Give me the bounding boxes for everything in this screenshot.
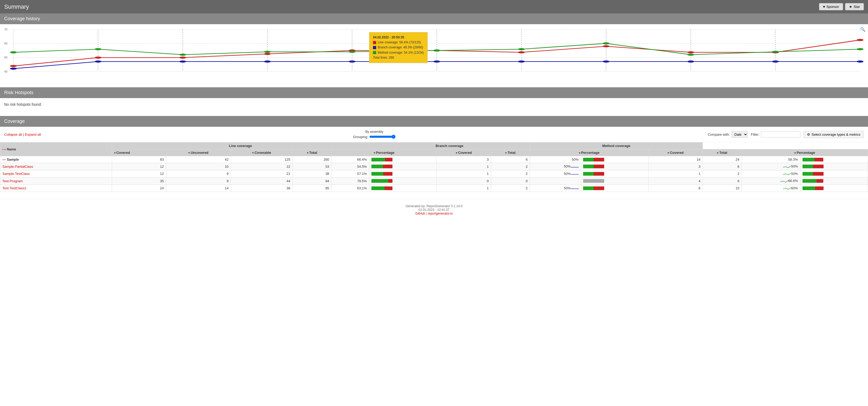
- line-covered: 12: [112, 163, 166, 170]
- col-method-percentage[interactable]: ▾ Percentage: [742, 149, 868, 156]
- risk-hotspots-content: No risk hotspots found.: [0, 98, 868, 111]
- branch-pct: [530, 178, 581, 185]
- row-name[interactable]: Test.TestClass2: [0, 185, 112, 192]
- method-coverage-color: [373, 51, 376, 54]
- svg-point-34: [264, 51, 271, 53]
- svg-point-32: [95, 48, 101, 50]
- col-method-covered[interactable]: ▾ Covered: [649, 149, 703, 156]
- expand-all-link[interactable]: Expand all: [25, 132, 41, 136]
- col-line-covered[interactable]: ▾ Covered: [112, 149, 166, 156]
- branch-pct: 50%: [530, 163, 581, 170]
- line-uncovered: 9: [166, 170, 231, 178]
- line-uncovered: 9: [166, 178, 231, 185]
- branch-pct: 50%: [530, 156, 581, 163]
- y-label-40: 40: [4, 70, 7, 73]
- branch-pct: 50%: [530, 170, 581, 178]
- line-coverage-color: [373, 41, 376, 44]
- method-bar: [800, 163, 868, 170]
- grouping-slider[interactable]: [369, 135, 396, 139]
- grid-line-40: [13, 71, 860, 72]
- main-header: Summary ♥ Sponsor ★ Star: [0, 0, 868, 13]
- sparkline-icon: [783, 172, 791, 176]
- line-bar: [369, 178, 437, 185]
- col-line-percentage[interactable]: ▾ Percentage: [332, 149, 437, 156]
- method-bar: [800, 156, 868, 163]
- line-bar: [369, 156, 437, 163]
- col-branch-percentage[interactable]: ▾ Percentage: [530, 149, 648, 156]
- col-name[interactable]: — Name: [0, 143, 112, 156]
- website-link[interactable]: reportgenerator.io: [428, 212, 453, 215]
- method-total: 6: [703, 178, 742, 185]
- svg-point-16: [602, 45, 610, 47]
- method-covered: 14: [649, 156, 703, 163]
- svg-point-12: [264, 53, 271, 55]
- branch-covered: 0: [437, 178, 491, 185]
- select-coverage-types-button[interactable]: ⚙ Select coverage types & metrics: [804, 131, 864, 138]
- coverage-section-header: Coverage: [0, 116, 868, 127]
- compare-with-select[interactable]: Date: [732, 131, 748, 138]
- footer-generated-by: Generated by: ReportGenerator 5.1.14.0: [5, 204, 863, 208]
- collapse-all-link[interactable]: Collapse all: [4, 132, 22, 136]
- method-pct: 50%: [742, 170, 800, 178]
- branch-bar: [581, 163, 648, 170]
- col-method-total[interactable]: ▾ Total: [703, 149, 742, 156]
- svg-point-15: [518, 51, 525, 53]
- branch-coverage-color: [373, 46, 376, 49]
- svg-point-41: [857, 48, 864, 50]
- method-covered: 6: [649, 185, 703, 192]
- sponsor-button[interactable]: ♥ Sponsor: [819, 3, 843, 10]
- line-uncovered: 42: [166, 156, 231, 163]
- line-coverable: 125: [231, 156, 292, 163]
- line-coverable: 44: [231, 178, 292, 185]
- method-covered: 3: [649, 163, 703, 170]
- method-bar: [800, 185, 868, 192]
- line-coverable: 38: [231, 185, 292, 192]
- method-bar: [800, 178, 868, 185]
- branch-total: 6: [491, 156, 530, 163]
- y-label-50: 50: [4, 56, 7, 59]
- chart-tooltip: 04.02.2022 - 20:50:35 Line coverage: 58.…: [369, 32, 428, 63]
- row-name[interactable]: Sample.PartialClass: [0, 163, 112, 170]
- branch-bar: [581, 185, 648, 192]
- method-covered: 4: [649, 178, 703, 185]
- svg-point-21: [95, 61, 101, 63]
- svg-point-11: [179, 57, 186, 59]
- method-total: 6: [703, 163, 742, 170]
- svg-point-30: [857, 61, 864, 63]
- branch-covered: 1: [437, 185, 491, 192]
- svg-point-28: [687, 61, 694, 63]
- github-link[interactable]: GitHub: [415, 212, 425, 215]
- line-pct: 57.1%: [332, 170, 369, 178]
- row-name[interactable]: Test.Program: [0, 178, 112, 185]
- sparkline-icon: [780, 179, 788, 183]
- grouping-control: By assembly Grouping:: [353, 130, 396, 139]
- col-branch-covered[interactable]: ▾ Covered: [437, 149, 491, 156]
- line-total: 84: [292, 178, 332, 185]
- sparkline-icon: [783, 165, 791, 169]
- star-icon: ★: [849, 5, 852, 9]
- line-total: 38: [292, 170, 332, 178]
- compare-group: Compare with: Date: [708, 131, 748, 138]
- slider-container: Grouping:: [353, 135, 396, 139]
- col-line-total[interactable]: ▾ Total: [292, 149, 332, 156]
- chart-search-icon[interactable]: 🔍: [860, 27, 865, 32]
- table-row: Sample.PartialClass 12 10 22 53 54.5% 1 …: [0, 163, 868, 170]
- filter-input[interactable]: [761, 131, 800, 137]
- col-line-uncovered[interactable]: ▾ Uncovered: [166, 149, 231, 156]
- row-name[interactable]: Sample.TestClass: [0, 170, 112, 178]
- coverage-table-wrapper: — Name Line coverage Branch coverage Met…: [0, 142, 868, 196]
- line-bar: [369, 185, 437, 192]
- gap-1: [0, 82, 868, 87]
- svg-point-27: [602, 61, 610, 63]
- filter-group: Filter:: [751, 131, 801, 137]
- branch-bar: [581, 170, 648, 178]
- branch-pct: 50%: [530, 185, 581, 192]
- filter-label: Filter:: [751, 132, 760, 136]
- line-total: 53: [292, 163, 332, 170]
- star-button[interactable]: ★ Star: [845, 3, 864, 10]
- col-line-coverable[interactable]: ▾ Coverable: [231, 149, 292, 156]
- col-group-branch: Branch coverage: [369, 143, 530, 149]
- col-branch-total[interactable]: ▾ Total: [491, 149, 530, 156]
- svg-point-9: [10, 65, 17, 67]
- line-coverable: 22: [231, 163, 292, 170]
